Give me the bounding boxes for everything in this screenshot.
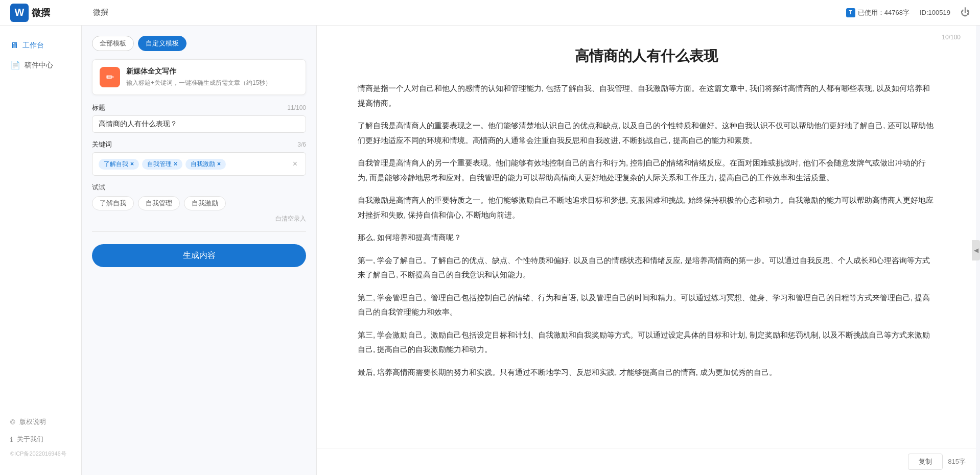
sidebar-copyright[interactable]: © 版权说明 (0, 413, 81, 431)
para-5: 那么, 如何培养和提高情商呢？ (358, 230, 935, 245)
card-icon: ✏ (100, 67, 120, 87)
keywords-clear-btn[interactable]: × (291, 159, 299, 169)
sidebar-item-label-drafts: 稿件中心 (25, 61, 53, 70)
try-tag-3[interactable]: 自我激励 (184, 196, 226, 210)
para-3: 自我管理是高情商人的另一个重要表现。他们能够有效地控制自己的言行和行为, 控制自… (358, 156, 935, 185)
copyright-label: 版权说明 (19, 417, 46, 426)
logo-area: W 微撰 (10, 4, 87, 22)
tab-custom-templates[interactable]: 自定义模板 (138, 36, 186, 51)
sidebar: 🖥 工作台 📄 稿件中心 © 版权说明 ℹ 关于我们 ©ICP备20220169… (0, 26, 82, 475)
logo-text: 微撰 (32, 7, 50, 19)
middle-panel: 全部模板 自定义模板 ✏ 新媒体全文写作 输入标题+关键词，一键准确生成所需文章… (82, 26, 317, 475)
sidebar-about[interactable]: ℹ 关于我们 (0, 431, 81, 448)
generate-button[interactable]: 生成内容 (92, 244, 306, 267)
try-label: 试试 (92, 183, 306, 192)
content-bottom-bar: 复制 815字 (317, 448, 976, 475)
try-section: 试试 了解自我 自我管理 自我激励 白清空录入 (92, 183, 306, 223)
template-card-newmedia[interactable]: ✏ 新媒体全文写作 输入标题+关键词，一键准确生成所需文章（约15秒） (92, 59, 306, 95)
keyword-tag-2[interactable]: 自我管理 × (142, 159, 182, 170)
article-title: 高情商的人有什么表现 (358, 46, 935, 66)
title-label-text: 标题 (92, 103, 105, 112)
keywords-count: 3/6 (297, 141, 306, 148)
power-button[interactable]: ⏻ (961, 7, 970, 18)
keywords-box[interactable]: 了解自我 × 自我管理 × 自我激励 × × (92, 152, 306, 176)
nav-app-name: 微撰 (93, 8, 108, 17)
logo-icon: W (10, 4, 29, 22)
card-content: 新媒体全文写作 输入标题+关键词，一键准确生成所需文章（约15秒） (126, 67, 298, 87)
tag-close-3[interactable]: × (217, 160, 221, 168)
usage-info: T 已使用：44768字 (846, 8, 909, 17)
sidebar-item-workbench[interactable]: 🖥 工作台 (0, 36, 81, 55)
workbench-icon: 🖥 (10, 41, 18, 50)
clear-input-link[interactable]: 白清空录入 (92, 215, 306, 223)
try-tag-1[interactable]: 了解自我 (92, 196, 134, 210)
collapse-icon: ◀ (974, 247, 978, 254)
try-tag-2[interactable]: 自我管理 (138, 196, 180, 210)
sidebar-item-drafts[interactable]: 📄 稿件中心 (0, 55, 81, 75)
about-label: 关于我们 (17, 435, 43, 444)
keywords-label-text: 关键词 (92, 140, 112, 149)
para-6: 第一, 学会了解自己。了解自己的优点、缺点、个性特质和偏好, 以及自己的情感状态… (358, 253, 935, 282)
template-tabs: 全部模板 自定义模板 (92, 36, 306, 51)
page-counter: 10/100 (942, 34, 961, 41)
para-8: 第三, 学会激励自己。激励自己包括设定目标和计划、自我激励和自我奖励等方式。可以… (358, 328, 935, 357)
main-layout: 🖥 工作台 📄 稿件中心 © 版权说明 ℹ 关于我们 ©ICP备20220169… (0, 26, 980, 475)
collapse-handle[interactable]: ◀ (972, 240, 980, 260)
divider (92, 231, 306, 232)
title-field-label: 标题 11/100 (92, 103, 306, 112)
tag-close-1[interactable]: × (130, 160, 134, 168)
usage-icon: T (846, 8, 855, 17)
icp-text: ©ICP备2022016946号 (0, 448, 81, 460)
para-7: 第二, 学会管理自己。管理自己包括控制自己的情绪、行为和言语, 以及管理自己的时… (358, 291, 935, 320)
para-1: 情商是指一个人对自己和他人的感情的认知和管理能力, 包括了解自我、自我管理、自我… (358, 81, 935, 110)
keywords-field-label: 关键词 3/6 (92, 140, 306, 149)
article-body: 情商是指一个人对自己和他人的感情的认知和管理能力, 包括了解自我、自我管理、自我… (358, 81, 935, 379)
tag-text-3: 自我激励 (191, 160, 215, 169)
sidebar-item-label-workbench: 工作台 (22, 41, 44, 50)
drafts-icon: 📄 (10, 60, 20, 70)
nav-right: T 已使用：44768字 ID:100519 ⏻ (846, 7, 970, 18)
usage-text: 已使用：44768字 (858, 8, 909, 17)
copy-button[interactable]: 复制 (908, 454, 943, 470)
about-icon: ℹ (10, 436, 13, 443)
para-2: 了解自我是高情商人的重要表现之一。他们能够清楚地认识自己的优点和缺点, 以及自己… (358, 118, 935, 148)
card-description: 输入标题+关键词，一键准确生成所需文章（约15秒） (126, 78, 298, 87)
title-input[interactable] (92, 115, 306, 133)
try-tags: 了解自我 自我管理 自我激励 (92, 196, 306, 210)
tag-close-2[interactable]: × (174, 160, 177, 168)
keyword-tag-1[interactable]: 了解自我 × (99, 159, 139, 170)
content-scroll: 高情商的人有什么表现 情商是指一个人对自己和他人的感情的认知和管理能力, 包括了… (317, 26, 976, 448)
top-navigation: W 微撰 微撰 T 已使用：44768字 ID:100519 ⏻ (0, 0, 980, 26)
para-4: 自我激励是高情商人的重要特质之一。他们能够激励自己不断地追求目标和梦想, 克服困… (358, 193, 935, 222)
user-id: ID:100519 (920, 9, 950, 16)
tag-text-2: 自我管理 (147, 160, 172, 169)
para-9: 最后, 培养高情商需要长期的努力和实践。只有通过不断地学习、反思和实践, 才能够… (358, 365, 935, 380)
word-count: 815字 (948, 457, 966, 466)
logo-letter: W (15, 7, 25, 18)
sidebar-bottom: © 版权说明 ℹ 关于我们 ©ICP备2022016946号 (0, 413, 81, 465)
card-title: 新媒体全文写作 (126, 67, 298, 76)
tab-all-templates[interactable]: 全部模板 (92, 36, 134, 51)
tag-text-1: 了解自我 (104, 160, 128, 169)
nav-left: W 微撰 微撰 (10, 4, 108, 22)
keyword-tag-3[interactable]: 自我激励 × (185, 159, 226, 170)
title-count: 11/100 (287, 104, 306, 111)
content-panel: 10/100 高情商的人有什么表现 情商是指一个人对自己和他人的感情的认知和管理… (317, 26, 976, 475)
copyright-icon: © (10, 418, 15, 426)
